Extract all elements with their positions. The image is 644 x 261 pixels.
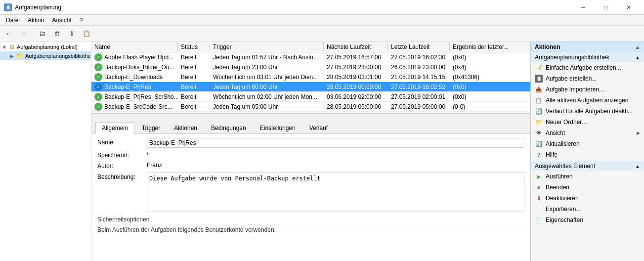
col-header-status[interactable]: Status bbox=[178, 43, 210, 51]
toolbar-delete-button[interactable]: 🗑 bbox=[50, 27, 64, 40]
menu-ansicht[interactable]: Ansicht bbox=[48, 16, 75, 25]
tab-bedingungen[interactable]: Bedingungen bbox=[205, 122, 253, 133]
right-action-stop[interactable]: ■ Beenden bbox=[531, 182, 644, 193]
table-header: Name Status Trigger Nächste Laufzeit Let… bbox=[91, 42, 530, 52]
detail-description-row: Beschreibung: Diese Aufgabe wurde von Pe… bbox=[97, 173, 524, 212]
toolbar-back-button[interactable]: ← bbox=[2, 27, 16, 40]
td-trigger: Wöchentlich um 02:00 Uhr jeden Mon... bbox=[210, 93, 324, 101]
right-action-simple-create-label: Einfache Aufgabe erstellen... bbox=[546, 64, 640, 71]
td-last-run: 26.05.2019 23:00:00 bbox=[388, 63, 450, 71]
sidebar-item-local[interactable]: ▼ 🖥 Aufgabenplanung (Lokal) bbox=[0, 43, 91, 51]
right-action-export[interactable]: Exportieren... bbox=[531, 204, 644, 215]
td-status: Bereit bbox=[178, 103, 210, 111]
col-header-trigger[interactable]: Trigger bbox=[210, 43, 324, 51]
right-panel: Aktionen ▲ Aufgabenplanungsbibliothek ▲ … bbox=[530, 42, 644, 261]
right-action-help[interactable]: ? Hilfe bbox=[531, 149, 644, 160]
right-header-collapse-icon: ▲ bbox=[635, 44, 640, 50]
right-subheader-selected-label: Ausgewähltes Element bbox=[535, 163, 595, 170]
td-name: ✓ Backup-E_SrcCode-Src... bbox=[91, 102, 178, 111]
td-last-run: 21.05.2019 14:15:15 bbox=[388, 73, 450, 81]
td-last-result: (0x41306) bbox=[450, 73, 530, 81]
row-status-icon: ✓ bbox=[94, 93, 102, 101]
td-trigger: Jeden Tag um 00:00 Uhr bbox=[210, 83, 324, 91]
stop-icon: ■ bbox=[535, 183, 543, 191]
table-row[interactable]: ✓ Adobe Flash Player Upd... Bereit Jeden… bbox=[91, 52, 530, 62]
right-subheader-library-label: Aufgabenplanungsbibliothek bbox=[535, 54, 609, 61]
titlebar: 📋 Aufgabenplanung ─ □ ✕ bbox=[0, 0, 644, 15]
properties-icon: 📄 bbox=[535, 216, 543, 224]
tab-verlauf[interactable]: Verlauf bbox=[303, 122, 334, 133]
description-textarea[interactable]: Diese Aufgabe wurde von Personal-Backup … bbox=[147, 173, 524, 212]
right-header-aktionen[interactable]: Aktionen ▲ bbox=[531, 42, 644, 52]
td-last-run: 27.05.2019 16:02:30 bbox=[388, 53, 450, 61]
col-header-last-run[interactable]: Letzte Laufzeit bbox=[388, 43, 450, 51]
right-subheader-library[interactable]: Aufgabenplanungsbibliothek ▲ bbox=[531, 52, 644, 62]
right-subheader-collapse-icon: ▲ bbox=[635, 55, 640, 60]
col-header-next-run[interactable]: Nächste Laufzeit bbox=[324, 43, 388, 51]
name-input[interactable] bbox=[147, 138, 524, 148]
right-action-show-active[interactable]: 📋 Alle aktiven Aufgaben anzeigen bbox=[531, 95, 644, 106]
menubar: Datei Aktion Ansicht ? bbox=[0, 15, 644, 26]
td-name: ✓ Backup-Doks_Bilder_Ou... bbox=[91, 63, 178, 72]
table-row[interactable]: ✓ Backup-E_PrjRes_ScrSho... Bereit Wöche… bbox=[91, 92, 530, 102]
right-subheader-selected[interactable]: Ausgewähltes Element ▲ bbox=[531, 161, 644, 171]
td-name: ✓ Backup-E_Downloads bbox=[91, 73, 178, 82]
name-label: Name: bbox=[97, 138, 147, 146]
right-action-help-label: Hilfe bbox=[546, 151, 640, 158]
security-text: Beim Ausführen der Aufgaben folgendes Be… bbox=[97, 226, 524, 233]
right-action-refresh[interactable]: 🔄 Aktualisieren bbox=[531, 138, 644, 149]
tab-einstellungen[interactable]: Einstellungen bbox=[254, 122, 302, 133]
right-action-export-label: Exportieren... bbox=[546, 206, 640, 213]
toolbar-task-button[interactable]: 📋 bbox=[80, 27, 93, 40]
td-last-result: (0-0) bbox=[450, 103, 530, 111]
task-table: Name Status Trigger Nächste Laufzeit Let… bbox=[91, 42, 530, 118]
col-header-name[interactable]: Name bbox=[91, 43, 178, 51]
right-action-stop-label: Beenden bbox=[546, 184, 640, 191]
td-status: Bereit bbox=[178, 53, 210, 61]
toolbar-folder-button[interactable]: 🗂 bbox=[35, 27, 49, 40]
td-trigger: Jeden Tag um 05:00 Uhr bbox=[210, 103, 324, 111]
folder-icon: 📁 bbox=[16, 52, 23, 59]
minimize-button[interactable]: ─ bbox=[572, 0, 595, 15]
help-icon: ? bbox=[535, 151, 543, 159]
right-action-view-label: Ansicht bbox=[546, 130, 634, 136]
location-value: \ bbox=[147, 151, 524, 158]
table-row[interactable]: ✓ Backup-E_Downloads Bereit Wöchentlich … bbox=[91, 72, 530, 82]
tab-allgemein[interactable]: Allgemein bbox=[95, 122, 134, 134]
description-label: Beschreibung: bbox=[97, 173, 147, 180]
table-row[interactable]: ✓ Backup-Doks_Bilder_Ou... Bereit Jeden … bbox=[91, 62, 530, 72]
col-header-last-result[interactable]: Ergebnis der letzter... bbox=[450, 43, 530, 51]
tab-trigger[interactable]: Trigger bbox=[135, 122, 167, 133]
detail-name-row: Name: bbox=[97, 138, 524, 148]
table-row[interactable]: ✓ Backup-E_SrcCode-Src... Bereit Jeden T… bbox=[91, 102, 530, 112]
table-row[interactable]: ✓ Backup-E_PrjRes Bereit Jeden Tag um 00… bbox=[91, 82, 530, 92]
row-status-icon: ✓ bbox=[94, 63, 102, 71]
horizontal-scrollbar[interactable] bbox=[91, 113, 530, 120]
menu-datei[interactable]: Datei bbox=[2, 16, 24, 25]
close-button[interactable]: ✕ bbox=[617, 0, 640, 15]
maximize-button[interactable]: □ bbox=[595, 0, 617, 15]
toolbar-forward-button[interactable]: → bbox=[17, 27, 31, 40]
right-action-create[interactable]: 📋 Aufgabe erstellen... bbox=[531, 73, 644, 84]
right-action-deactivate-history[interactable]: 🔄 Verlauf für alle Aufgaben deakti... bbox=[531, 106, 644, 117]
right-action-simple-create[interactable]: 📝 Einfache Aufgabe erstellen... bbox=[531, 62, 644, 73]
right-action-new-folder[interactable]: 📁 Neuer Ordner... bbox=[531, 117, 644, 128]
detail-panel: AllgemeinTriggerAktionenBedingungenEinst… bbox=[91, 120, 530, 261]
right-action-deactivate[interactable]: ⬇ Deaktivieren bbox=[531, 193, 644, 204]
right-action-properties-label: Eigenschaften bbox=[546, 217, 640, 223]
tab-aktionen[interactable]: Aktionen bbox=[168, 122, 204, 133]
right-action-run[interactable]: ▶ Ausführen bbox=[531, 171, 644, 182]
td-next-run: 28.05.2019 03:01:00 bbox=[324, 73, 388, 81]
right-action-import[interactable]: 📥 Aufgabe importieren... bbox=[531, 84, 644, 95]
right-action-properties[interactable]: 📄 Eigenschaften bbox=[531, 215, 644, 225]
td-last-run: 27.05.2019 05:00:00 bbox=[388, 103, 450, 111]
toolbar-info-button[interactable]: ℹ bbox=[65, 27, 79, 40]
sidebar-item-library[interactable]: ▶ 📁 Aufgabenplanungsbibliothek bbox=[0, 51, 91, 60]
td-next-run: 03.06.2019 02:00:00 bbox=[324, 93, 388, 101]
menu-aktion[interactable]: Aktion bbox=[24, 16, 48, 25]
td-status: Bereit bbox=[178, 73, 210, 81]
show-active-icon: 📋 bbox=[535, 96, 543, 104]
right-action-view[interactable]: 👁 Ansicht ▶ bbox=[531, 128, 644, 138]
detail-content: Name: Speicherort: \ Autor: Franz Beschr… bbox=[91, 134, 530, 261]
menu-help[interactable]: ? bbox=[76, 16, 87, 25]
